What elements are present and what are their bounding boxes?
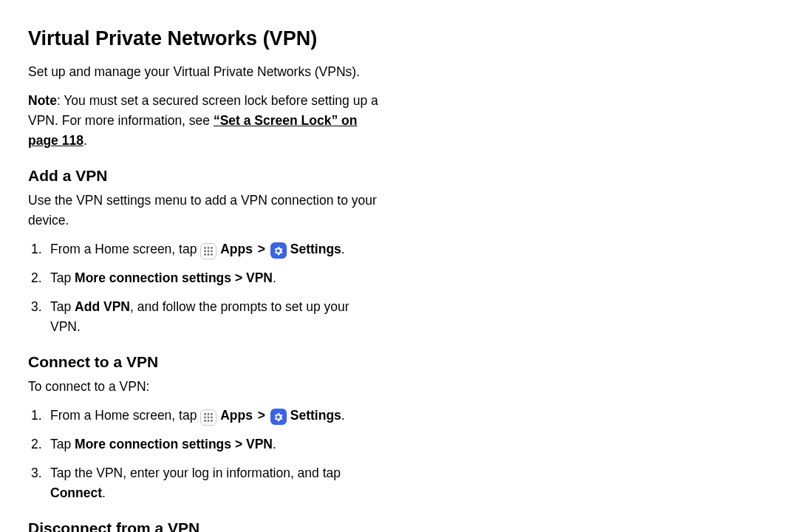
chevron: > <box>256 242 267 256</box>
more-conn-label: More connection settings > VPN <box>75 437 273 451</box>
heading-disconnect-vpn: Disconnect from a VPN <box>28 518 383 532</box>
svg-point-15 <box>204 420 206 422</box>
step-text: From a Home screen, tap <box>50 242 200 256</box>
svg-point-14 <box>211 416 213 418</box>
add-vpn-label: Add VPN <box>75 299 130 314</box>
svg-point-12 <box>204 416 206 418</box>
manual-page: Virtual Private Networks (VPN) Set up an… <box>0 0 798 532</box>
svg-point-8 <box>211 253 213 256</box>
period: . <box>273 270 276 285</box>
tap-prefix: Tap <box>50 270 75 285</box>
period: . <box>341 242 345 256</box>
content-columns: Virtual Private Networks (VPN) Set up an… <box>28 27 770 532</box>
connect-step-2: Tap More connection settings > VPN. <box>28 434 383 454</box>
svg-point-11 <box>211 413 213 415</box>
svg-point-4 <box>208 250 210 252</box>
heading-connect-vpn: Connect to a VPN <box>28 352 383 372</box>
chevron: > <box>256 408 267 423</box>
svg-point-17 <box>211 420 213 422</box>
period: . <box>341 408 345 423</box>
svg-point-5 <box>211 250 213 252</box>
note-paragraph: Note: You must set a secured screen lock… <box>28 91 383 151</box>
connect-step-3: Tap the VPN, enter your log in informati… <box>28 463 383 503</box>
connect-label: Connect <box>50 485 102 500</box>
svg-point-6 <box>204 253 206 256</box>
connect-step3-lead: Tap the VPN, enter your log in informati… <box>50 466 341 480</box>
note-tail: . <box>83 133 87 148</box>
add-steps: From a Home screen, tap Apps > Settings.… <box>28 239 383 338</box>
page-title: Virtual Private Networks (VPN) <box>28 27 383 52</box>
step-text: From a Home screen, tap <box>50 408 200 423</box>
more-conn-label: More connection settings > VPN <box>75 270 273 285</box>
add-step-1: From a Home screen, tap Apps > Settings. <box>28 239 383 259</box>
svg-point-13 <box>208 416 210 418</box>
svg-point-9 <box>204 413 206 415</box>
settings-label: Settings <box>290 408 341 423</box>
period: . <box>102 485 106 500</box>
svg-point-10 <box>208 413 210 415</box>
apps-icon <box>200 409 216 426</box>
svg-point-7 <box>208 253 210 256</box>
settings-icon <box>270 409 287 425</box>
svg-point-16 <box>208 420 210 422</box>
tap-prefix: Tap <box>50 437 75 451</box>
settings-label: Settings <box>290 242 341 256</box>
apps-label: Apps <box>220 408 256 423</box>
heading-add-vpn: Add a VPN <box>28 166 383 185</box>
connect-step-1: From a Home screen, tap Apps > Settings. <box>28 406 383 426</box>
period: . <box>273 437 276 451</box>
note-label: Note <box>28 93 57 108</box>
connect-intro: To connect to a VPN: <box>28 377 383 397</box>
settings-icon <box>270 242 287 259</box>
add-step-3: Tap Add VPN, and follow the prompts to s… <box>28 297 383 337</box>
apps-icon <box>200 243 216 259</box>
svg-point-2 <box>211 247 213 249</box>
intro-text: Set up and manage your Virtual Private N… <box>28 62 383 82</box>
svg-point-3 <box>204 250 206 252</box>
svg-point-0 <box>204 247 206 249</box>
add-step-2: Tap More connection settings > VPN. <box>28 268 383 288</box>
add-intro: Use the VPN settings menu to add a VPN c… <box>28 191 383 231</box>
tap-prefix: Tap <box>50 299 75 314</box>
connect-steps: From a Home screen, tap Apps > Settings.… <box>28 406 383 504</box>
apps-label: Apps <box>220 242 256 256</box>
svg-point-1 <box>208 247 210 249</box>
